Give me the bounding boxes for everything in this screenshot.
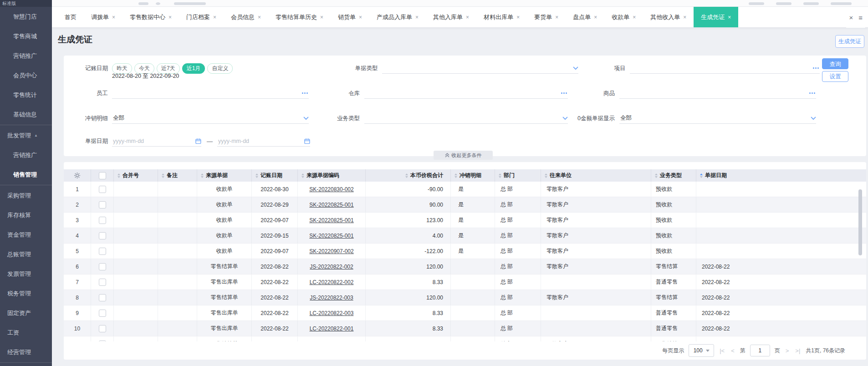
tab-调拨单[interactable]: 调拨单×: [84, 7, 123, 27]
query-button[interactable]: 查询: [822, 58, 848, 69]
row-checkbox[interactable]: [99, 310, 106, 317]
sidebar-item[interactable]: 经营管理: [0, 342, 52, 362]
tab-close-icon[interactable]: ×: [168, 14, 172, 20]
tab-销货单[interactable]: 销货单×: [331, 7, 369, 27]
chevron-down-icon[interactable]: [811, 117, 816, 120]
calendar-icon[interactable]: [195, 138, 201, 144]
calendar-icon[interactable]: [304, 138, 310, 144]
tab-close-icon[interactable]: ×: [320, 14, 323, 20]
select-all-checkbox[interactable]: [99, 172, 106, 179]
ellipsis-picker-icon[interactable]: [561, 92, 567, 94]
source-doc-code-link[interactable]: JS-20220822-003: [310, 295, 353, 301]
project-picker[interactable]: [630, 63, 820, 74]
sort-icon[interactable]: [545, 173, 547, 178]
business-type-select[interactable]: [364, 113, 568, 124]
sidebar-item[interactable]: 工资: [0, 323, 52, 342]
tab-close-icon[interactable]: ×: [516, 14, 520, 20]
tab-会员信息[interactable]: 会员信息×: [224, 7, 268, 27]
sort-icon[interactable]: [201, 173, 204, 178]
sidebar-item[interactable]: 销售管理: [0, 165, 52, 184]
sort-icon[interactable]: [301, 173, 304, 178]
tab-收款单[interactable]: 收款单×: [604, 7, 643, 27]
source-doc-code-link[interactable]: LC-20220822-003: [310, 310, 354, 316]
tab-close-icon[interactable]: ×: [359, 14, 362, 20]
chevron-down-icon[interactable]: [562, 117, 568, 120]
row-checkbox[interactable]: [99, 186, 106, 193]
sidebar-item[interactable]: 智慧门店: [0, 7, 52, 26]
tab-close-icon[interactable]: ×: [415, 14, 419, 20]
doc-date-from-input[interactable]: [112, 136, 201, 147]
tab-要货单[interactable]: 要货单×: [527, 7, 566, 27]
goods-picker[interactable]: [619, 88, 816, 99]
column-header-冲销明细[interactable]: 冲销明细: [451, 169, 495, 182]
sort-icon[interactable]: [255, 173, 258, 178]
chevron-down-icon[interactable]: [303, 117, 309, 120]
doc-date-to-field[interactable]: [217, 137, 304, 145]
sidebar-item[interactable]: 税务管理: [0, 284, 52, 303]
source-doc-code-link[interactable]: LC-20220822-001: [310, 325, 354, 332]
tab-首页[interactable]: 首页: [57, 7, 84, 27]
tab-close-icon[interactable]: ×: [633, 14, 636, 20]
sidebar-item[interactable]: 资金管理: [0, 225, 52, 244]
column-header-部门[interactable]: 部门: [495, 169, 541, 182]
source-doc-code-link[interactable]: SK-20220907-002: [309, 248, 353, 254]
row-checkbox[interactable]: [99, 217, 106, 224]
date-pill-近1月[interactable]: 近1月: [182, 63, 205, 74]
sidebar-item[interactable]: 采购管理: [0, 186, 52, 205]
employee-picker[interactable]: [112, 88, 309, 99]
sort-icon[interactable]: [655, 173, 658, 178]
row-checkbox[interactable]: [99, 201, 106, 208]
sidebar-item[interactable]: 总账管理: [0, 244, 52, 264]
sidebar-item[interactable]: 营销推广: [0, 46, 52, 66]
sidebar-item[interactable]: 库存核算: [0, 205, 52, 225]
doc-date-from-field[interactable]: [112, 137, 195, 145]
gear-icon[interactable]: [74, 172, 81, 179]
tab-门店档案[interactable]: 门店档案×: [179, 7, 224, 27]
tab-材料出库单[interactable]: 材料出库单×: [476, 7, 527, 27]
source-doc-code-link[interactable]: SK-20220825-001: [309, 233, 353, 239]
generate-voucher-button[interactable]: 生成凭证: [835, 35, 864, 48]
tab-生成凭证[interactable]: 生成凭证×: [694, 7, 738, 27]
tab-close-icon[interactable]: ×: [683, 14, 686, 20]
sort-icon[interactable]: [405, 173, 408, 178]
sort-icon[interactable]: [499, 173, 501, 178]
source-doc-code-link[interactable]: LC-20220822-002: [310, 279, 354, 285]
column-header-来源单据[interactable]: 来源单据: [197, 169, 252, 182]
warehouse-picker[interactable]: [364, 88, 568, 99]
source-doc-code-link[interactable]: JS-20220822-002: [310, 264, 353, 270]
tab-零售数据中心[interactable]: 零售数据中心×: [123, 7, 179, 27]
page-number-input[interactable]: [750, 345, 770, 356]
tab-close-icon[interactable]: ×: [112, 14, 115, 20]
sidebar-item[interactable]: 营销推广: [0, 145, 52, 165]
tab-其他入库单[interactable]: 其他入库单×: [426, 7, 476, 27]
source-doc-code-link[interactable]: SK-20220825-001: [309, 217, 353, 224]
settings-button[interactable]: 设置: [822, 71, 848, 82]
chevron-down-icon[interactable]: [573, 66, 578, 70]
tab-close-icon[interactable]: ×: [555, 14, 558, 20]
sidebar-item[interactable]: 发票管理: [0, 264, 52, 284]
tab-零售结算单历史[interactable]: 零售结算单历史×: [268, 7, 331, 27]
tab-产成品入库单[interactable]: 产成品入库单×: [369, 7, 426, 27]
column-header-本币价税合计[interactable]: 本币价税合计: [366, 169, 451, 182]
sidebar-item[interactable]: 会员中心: [0, 66, 52, 85]
ellipsis-picker-icon[interactable]: [809, 92, 815, 94]
row-checkbox[interactable]: [99, 294, 106, 301]
sidebar-item[interactable]: 零售统计: [0, 85, 52, 105]
tab-close-icon[interactable]: ×: [594, 14, 597, 20]
last-page-button[interactable]: >|: [794, 347, 801, 354]
sort-icon[interactable]: [700, 173, 703, 178]
source-doc-code-link[interactable]: SK-20220830-002: [309, 186, 353, 193]
sidebar-item[interactable]: 批发管理▲: [0, 126, 52, 145]
close-all-tabs-button[interactable]: ×: [849, 14, 853, 21]
date-pill-自定义[interactable]: 自定义: [207, 63, 233, 74]
column-header-合并号[interactable]: 合并号: [114, 169, 158, 182]
source-doc-code-link[interactable]: SK-20220825-001: [309, 202, 353, 208]
column-header-单据日期[interactable]: 单据日期: [696, 169, 866, 182]
ellipsis-picker-icon[interactable]: [302, 92, 308, 94]
per-page-select[interactable]: 100: [689, 344, 714, 357]
sort-icon[interactable]: [162, 173, 164, 178]
column-header-备注[interactable]: 备注: [158, 169, 197, 182]
tab-list-menu-icon[interactable]: ≡: [858, 14, 863, 21]
collapse-conditions-bar[interactable]: 收起更多条件: [434, 151, 493, 160]
tab-盘点单[interactable]: 盘点单×: [566, 7, 604, 27]
